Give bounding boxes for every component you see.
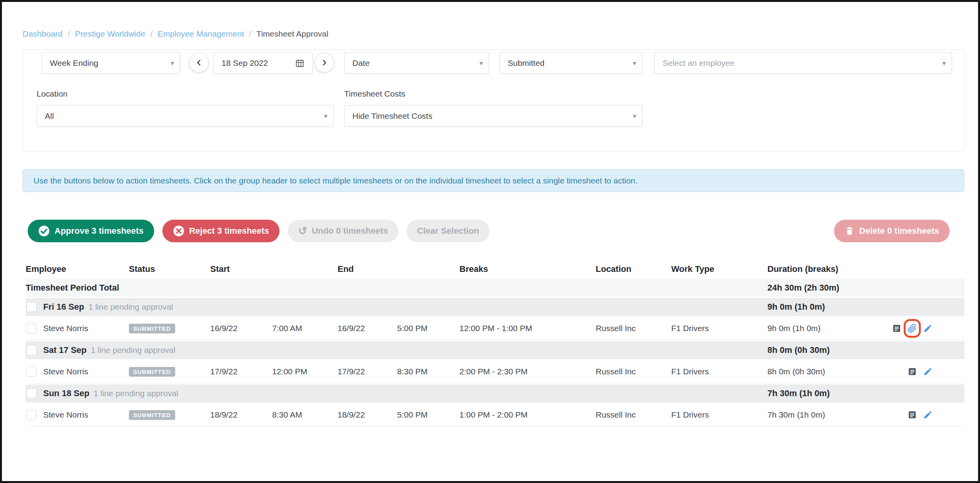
timesheet-row[interactable]: Steve Norris SUBMITTED 17/9/22 12:00 PM … [26,360,964,383]
paperclip-icon[interactable] [908,324,917,333]
breaks-value: 1:00 PM - 2:00 PM [459,410,596,420]
breaks-value: 12:00 PM - 1:00 PM [459,324,596,333]
prev-week-button[interactable] [190,53,208,72]
group-duration: 8h 0m (0h 30m) [767,345,884,355]
work-type-value: F1 Drivers [671,410,767,420]
location-value: All [45,111,54,121]
employee-name: Steve Norris [43,367,129,376]
breaks-value: 2:00 PM - 2:30 PM [459,367,596,376]
breadcrumb-separator: / [249,29,252,39]
timesheet-costs-select[interactable]: Hide Timesheet Costs ▾ [344,105,642,127]
x-circle-icon [173,225,185,237]
group-checkbox[interactable] [26,388,37,398]
group-header-row-sat-17-sep[interactable]: Sat 17 Sep 1 line pending approval 8h 0m… [26,341,964,359]
start-time: 12:00 PM [272,367,338,376]
timesheet-row[interactable]: Steve Norris SUBMITTED 18/9/22 8:30 AM 1… [26,404,964,427]
date-sort-select[interactable]: Date ▾ [344,52,489,74]
week-ending-select[interactable]: Week Ending ▾ [42,52,180,74]
location-value: Russell Inc [596,324,671,333]
week-ending-date-input[interactable]: 18 Sep 2022 [213,52,313,74]
location-value: Russell Inc [596,410,671,420]
row-checkbox[interactable] [26,323,37,333]
duration-value: 8h 0m (0h 30m) [767,367,884,376]
breadcrumb-separator: / [150,29,153,39]
duration-value: 9h 0m (1h 0m) [767,324,884,333]
delete-button-label: Delete 0 timesheets [859,226,939,236]
info-banner: Use the buttons below to action timeshee… [23,169,964,192]
group-date: Fri 16 Sep [43,302,84,312]
group-note: 1 line pending approval [91,346,175,355]
edit-icon[interactable] [923,367,932,376]
note-icon[interactable] [908,367,917,376]
action-bar: Approve 3 timesheets Reject 3 timesheets… [28,220,950,242]
breadcrumb-employee-management[interactable]: Employee Management [158,29,244,39]
group-duration: 9h 0m (1h 0m) [767,302,884,312]
employee-select[interactable]: Select an employee ▾ [655,52,952,74]
start-date: 18/9/22 [210,410,272,420]
group-header-row-fri-16-sep[interactable]: Fri 16 Sep 1 line pending approval 9h 0m… [26,298,964,316]
chevron-down-icon: ▾ [479,59,483,67]
status-badge: SUBMITTED [129,324,175,333]
chevron-down-icon: ▾ [171,59,174,67]
end-time: 5:00 PM [397,410,459,420]
info-banner-text: Use the buttons below to action timeshee… [33,176,637,185]
group-header-row-sun-18-sep[interactable]: Sun 18 Sep 1 line pending approval 7h 30… [26,384,964,402]
header-duration: Duration (breaks) [767,264,884,274]
timesheet-costs-value: Hide Timesheet Costs [352,111,432,121]
status-badge: SUBMITTED [129,410,175,420]
week-ending-date-value: 18 Sep 2022 [222,58,268,68]
edit-icon[interactable] [923,324,932,333]
start-date: 16/9/22 [210,324,272,333]
row-actions [884,410,964,420]
chevron-down-icon: ▾ [633,59,636,67]
chevron-down-icon: ▾ [324,112,327,120]
note-icon[interactable] [908,410,917,420]
check-circle-icon [38,225,50,237]
start-time: 7:00 AM [272,324,338,333]
timesheet-costs-label: Timesheet Costs [344,89,405,99]
location-value: Russell Inc [596,367,671,376]
employee-placeholder: Select an employee [663,58,734,68]
approve-button-label: Approve 3 timesheets [55,226,144,236]
row-checkbox[interactable] [26,410,37,420]
breadcrumb-prestige-worldwide[interactable]: Prestige Worldwide [75,29,146,39]
group-note: 1 line pending approval [94,389,178,398]
group-checkbox[interactable] [26,302,37,312]
breadcrumb: Dashboard / Prestige Worldwide / Employe… [23,29,328,39]
approve-button[interactable]: Approve 3 timesheets [28,220,154,242]
breadcrumb-dashboard[interactable]: Dashboard [23,29,63,39]
header-breaks: Breaks [459,264,596,274]
note-icon[interactable] [892,324,901,333]
work-type-value: F1 Drivers [671,367,767,376]
row-actions [884,324,964,333]
timesheet-approval-page: Dashboard / Prestige Worldwide / Employe… [0,0,980,483]
row-actions [884,367,964,376]
work-type-value: F1 Drivers [671,324,767,333]
row-checkbox[interactable] [26,367,37,377]
clear-selection-button[interactable]: Clear Selection [406,220,489,242]
status-badge: SUBMITTED [129,367,175,377]
end-time: 8:30 PM [397,367,459,376]
breadcrumb-separator: / [68,29,70,39]
delete-button[interactable]: Delete 0 timesheets [834,220,950,242]
reject-button[interactable]: Reject 3 timesheets [162,220,280,242]
period-total-row: Timesheet Period Total 24h 30m (2h 30m) [26,279,964,297]
undo-button[interactable]: ↺ Undo 0 timesheets [288,220,398,242]
week-ending-value: Week Ending [50,58,99,68]
undo-button-label: Undo 0 timesheets [312,226,388,236]
group-checkbox[interactable] [26,345,37,355]
status-filter-select[interactable]: Submitted ▾ [500,52,642,74]
status-filter-value: Submitted [508,58,545,68]
start-time: 8:30 AM [272,410,338,420]
end-date: 18/9/22 [338,410,397,420]
chevron-down-icon: ▾ [633,112,636,120]
table-header-row: Employee Status Start End Breaks Locatio… [26,259,964,279]
header-employee: Employee [26,264,129,274]
end-time: 5:00 PM [397,324,459,333]
reject-button-label: Reject 3 timesheets [189,226,269,236]
group-date: Sun 18 Sep [43,388,90,398]
location-select[interactable]: All ▾ [37,105,334,127]
next-week-button[interactable] [315,53,334,72]
timesheet-row[interactable]: Steve Norris SUBMITTED 16/9/22 7:00 AM 1… [26,317,964,340]
edit-icon[interactable] [923,410,932,420]
